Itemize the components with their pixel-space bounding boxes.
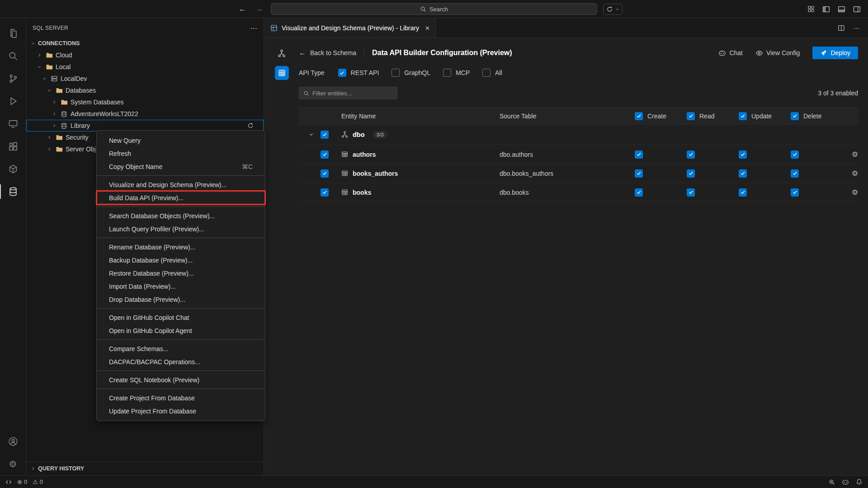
checkbox[interactable] <box>443 69 451 77</box>
deploy-button[interactable]: Deploy <box>812 47 858 59</box>
tree-item-local[interactable]: Local <box>26 61 264 73</box>
checkbox[interactable] <box>687 188 695 197</box>
checkbox[interactable] <box>791 150 799 159</box>
tab-visualize-design-schema[interactable]: Visualize and Design Schema (Preview) - … <box>264 19 436 38</box>
api-option-graphql[interactable]: GraphQL <box>392 69 430 77</box>
menu-item-drop-database[interactable]: Drop Database (Preview)... <box>97 293 265 306</box>
menu-item-dacpac-bacpac[interactable]: DACPAC/BACPAC Operations... <box>97 355 265 368</box>
menu-item-rename-database[interactable]: Rename Database (Preview)... <box>97 240 265 253</box>
folder-icon <box>55 87 63 94</box>
checkbox[interactable] <box>338 69 346 77</box>
entities-table: Entity Name Source Table Create Read Upd… <box>299 108 858 202</box>
tree-item-localdev[interactable]: LocalDev <box>26 73 264 84</box>
menu-item-backup-database[interactable]: Backup Database (Preview)... <box>97 253 265 267</box>
api-option-rest[interactable]: REST API <box>338 69 379 77</box>
checkbox[interactable] <box>392 69 400 77</box>
settings-gear-icon[interactable]: ⚙ <box>0 453 26 475</box>
run-debug-icon[interactable] <box>0 90 26 113</box>
filter-entities-input[interactable] <box>312 90 393 97</box>
editor-more-actions-icon[interactable]: ⋯ <box>854 24 860 32</box>
checkbox[interactable] <box>687 150 695 159</box>
notifications-bell-icon[interactable] <box>856 479 863 485</box>
entity-settings-gear-icon[interactable]: ⚙ <box>852 169 858 178</box>
checkbox[interactable] <box>739 112 747 120</box>
entity-settings-gear-icon[interactable]: ⚙ <box>852 188 858 197</box>
schema-diagram-view-button[interactable] <box>275 46 289 60</box>
container-cube-icon[interactable] <box>0 158 26 180</box>
customize-layout-icon[interactable] <box>807 5 815 13</box>
extensions-icon[interactable] <box>0 135 26 158</box>
copilot-status-icon[interactable] <box>842 479 849 486</box>
checkbox[interactable] <box>739 188 747 197</box>
checkbox[interactable] <box>635 188 643 197</box>
connections-section-header[interactable]: CONNECTIONS <box>26 38 264 49</box>
api-option-mcp[interactable]: MCP <box>443 69 470 77</box>
checkbox[interactable] <box>635 169 643 178</box>
checkbox[interactable] <box>791 169 799 178</box>
checkbox[interactable] <box>791 112 799 120</box>
menu-item-build-data-api[interactable]: Build Data API (Preview)... <box>97 191 265 204</box>
checkbox[interactable] <box>482 69 491 77</box>
menu-item-copy-object-name[interactable]: Copy Object Name⌘C <box>97 160 265 173</box>
search-command-center[interactable]: Search <box>271 3 597 15</box>
checkbox[interactable] <box>739 169 747 178</box>
menu-item-open-copilot-chat[interactable]: Open in GitHub Copilot Chat <box>97 311 265 324</box>
split-editor-icon[interactable] <box>838 24 845 32</box>
tree-item-system-databases[interactable]: System Databases <box>26 96 264 108</box>
menu-item-refresh[interactable]: Refresh <box>97 147 265 160</box>
toggle-panel-icon[interactable] <box>838 5 845 13</box>
menu-item-search-database-objects[interactable]: Search Database Objects (Preview)... <box>97 209 265 222</box>
menu-item-restore-database[interactable]: Restore Database (Preview)... <box>97 267 265 280</box>
refresh-icon[interactable] <box>247 122 254 129</box>
menu-item-import-data[interactable]: Import Data (Preview)... <box>97 280 265 293</box>
toggle-primary-sidebar-icon[interactable] <box>822 5 830 13</box>
search-activity-icon[interactable] <box>0 45 26 67</box>
checkbox[interactable] <box>321 169 329 178</box>
folder-icon <box>45 63 53 71</box>
remote-explorer-icon[interactable] <box>0 113 26 135</box>
query-history-section-header[interactable]: QUERY HISTORY <box>26 461 264 475</box>
api-option-all[interactable]: All <box>482 69 502 77</box>
tree-item-databases[interactable]: Databases <box>26 84 264 96</box>
menu-item-open-copilot-agent[interactable]: Open in GitHub Copilot Agent <box>97 324 265 337</box>
sql-server-icon[interactable] <box>0 180 26 203</box>
close-icon[interactable]: ✕ <box>425 25 430 32</box>
account-icon[interactable] <box>0 430 26 453</box>
source-control-icon[interactable] <box>0 67 26 90</box>
nav-forward-icon[interactable]: → <box>255 5 263 14</box>
tree-item-cloud[interactable]: Cloud <box>26 49 264 61</box>
menu-item-compare-schemas[interactable]: Compare Schemas... <box>97 342 265 355</box>
checkbox[interactable] <box>321 131 329 139</box>
tree-item-adventureworks[interactable]: AdventureWorksLT2022 <box>26 108 264 120</box>
entity-settings-gear-icon[interactable]: ⚙ <box>852 150 858 159</box>
menu-item-visualize-design-schema[interactable]: Visualize and Design Schema (Preview)... <box>97 178 265 191</box>
data-api-builder-view-button[interactable] <box>275 66 289 80</box>
checkbox[interactable] <box>635 150 643 159</box>
copilot-menu-button[interactable] <box>603 4 623 15</box>
menu-item-create-sql-notebook[interactable]: Create SQL Notebook (Preview) <box>97 373 265 386</box>
back-to-schema-button[interactable]: ← Back to Schema <box>299 49 356 57</box>
view-config-button[interactable]: View Config <box>755 49 800 57</box>
warning-icon: ⚠ <box>33 479 38 485</box>
zoom-icon[interactable] <box>829 479 835 485</box>
explorer-icon[interactable] <box>0 22 26 45</box>
nav-back-icon[interactable]: ← <box>239 5 246 14</box>
toggle-secondary-sidebar-icon[interactable] <box>853 5 861 13</box>
checkbox[interactable] <box>321 188 329 197</box>
errors-indicator[interactable]: ⊗ 0 <box>17 479 27 485</box>
checkbox[interactable] <box>739 150 747 159</box>
checkbox[interactable] <box>687 169 695 178</box>
remote-indicator-icon[interactable] <box>5 479 12 485</box>
warnings-indicator[interactable]: ⚠ 0 <box>33 479 43 485</box>
chat-button[interactable]: Chat <box>718 49 743 57</box>
menu-item-update-project-from-database[interactable]: Update Project From Database <box>97 404 265 418</box>
sidebar-more-actions-icon[interactable]: ⋯ <box>250 24 257 33</box>
checkbox[interactable] <box>791 188 799 197</box>
menu-item-launch-query-profiler[interactable]: Launch Query Profiler (Preview)... <box>97 222 265 235</box>
chevron-down-icon[interactable] <box>308 131 314 138</box>
checkbox[interactable] <box>321 150 329 159</box>
menu-item-create-project-from-database[interactable]: Create Project From Database <box>97 391 265 404</box>
checkbox[interactable] <box>687 112 695 120</box>
menu-item-new-query[interactable]: New Query <box>97 134 265 147</box>
checkbox[interactable] <box>635 112 643 120</box>
